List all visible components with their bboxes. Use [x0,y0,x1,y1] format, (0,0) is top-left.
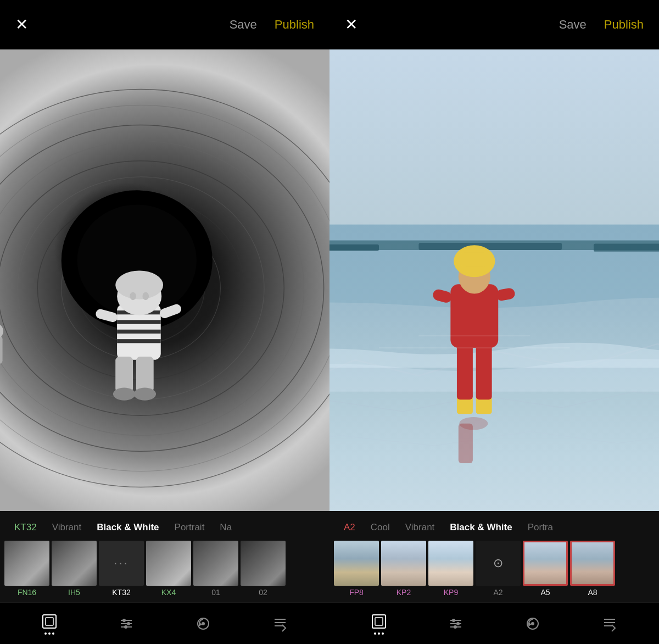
right-cat-cool[interactable]: Cool [363,522,398,533]
right-close-button[interactable]: ✕ [345,17,358,32]
color-svg-image [330,49,659,511]
svg-rect-47 [418,243,562,250]
right-toolbar-export[interactable] [601,615,618,632]
filter-thumb-kp9[interactable]: KP9 [428,541,473,597]
right-adjust-icon [447,615,465,632]
svg-rect-64 [375,618,383,625]
filter-thumb-o2-img [241,541,286,586]
right-cat-portrait[interactable]: Portra [520,522,561,533]
left-save-button[interactable]: Save [230,18,257,32]
svg-rect-46 [330,245,379,251]
svg-rect-63 [372,615,386,628]
left-photo [0,49,330,511]
right-export-icon [601,615,618,632]
svg-rect-53 [450,284,498,348]
svg-rect-15 [117,320,161,324]
filter-thumb-a2-img: ⊙ [476,541,521,586]
filter-thumb-kt32[interactable]: ··· KT32 [99,541,144,597]
left-cat-na[interactable]: Na [212,522,239,533]
right-cat-bw[interactable]: Black & White [442,522,520,533]
filter-thumb-o2[interactable]: 02 [241,541,286,597]
svg-point-21 [142,292,149,300]
filter-thumb-a2-label: A2 [493,588,502,597]
left-cat-kt32[interactable]: KT32 [7,522,44,533]
filter-thumb-kx4-label: KX4 [161,588,176,597]
filter-thumb-ih5-img [52,541,97,586]
right-dot-1 [374,632,376,635]
left-toolbar-export[interactable] [271,615,289,632]
svg-rect-51 [457,344,473,399]
right-revert-icon [524,615,541,632]
left-toolbar-filters[interactable] [41,613,58,635]
filter-thumb-kp2[interactable]: KP2 [381,541,426,597]
svg-point-37 [124,625,127,629]
filter-thumb-kp2-img [381,541,426,586]
filter-thumb-o1-img [193,541,238,586]
svg-rect-58 [459,252,490,267]
right-filter-categories: A2 Cool Vibrant Black & White Portra [330,522,659,533]
svg-rect-24 [115,357,133,392]
filter-thumb-a5-label: A5 [540,588,550,597]
filter-thumb-fp8[interactable]: FP8 [334,541,379,597]
filter-thumb-fn16-img [4,541,49,586]
left-panel: ✕ Save Publish [0,0,330,644]
left-bottom-toolbar [0,602,330,644]
right-publish-button[interactable]: Publish [604,18,644,32]
right-filters-icon [370,613,388,630]
left-cat-vibrant[interactable]: Vibrant [44,522,90,533]
svg-point-26 [113,388,136,401]
svg-point-72 [531,622,534,625]
filter-thumb-fn16[interactable]: FN16 [4,541,49,597]
right-cat-a2[interactable]: A2 [336,522,363,533]
right-panel: ✕ Save Publish [330,0,659,644]
right-toolbar-revert[interactable] [524,615,541,632]
right-toolbar-adjust[interactable] [447,615,465,632]
svg-rect-31 [46,618,53,625]
right-dot-3 [382,632,384,635]
filter-thumb-o1-label: 01 [211,588,220,597]
right-header-actions: Save Publish [559,18,644,32]
left-filter-area: KT32 Vibrant Black & White Portrait Na F… [0,511,330,602]
left-publish-button[interactable]: Publish [275,18,314,32]
svg-rect-52 [476,344,492,399]
right-cat-vibrant[interactable]: Vibrant [398,522,443,533]
filter-thumb-ih5[interactable]: IH5 [52,541,97,597]
left-cat-bw[interactable]: Black & White [89,522,166,533]
svg-rect-28 [0,336,3,364]
right-filter-thumbs: FP8 KP2 KP9 ⊙ A2 A5 [330,541,659,597]
right-dot-2 [378,632,380,635]
right-save-button[interactable]: Save [559,18,587,32]
left-header-actions: Save Publish [230,18,314,32]
svg-point-60 [459,417,488,430]
left-toolbar-adjust[interactable] [118,615,135,632]
dot-1 [44,632,47,635]
svg-rect-25 [136,357,154,392]
filter-thumb-kx4[interactable]: KX4 [146,541,191,597]
filter-thumb-o2-label: 02 [259,588,267,597]
filter-thumb-a5-img [523,541,568,586]
dots-icon: ··· [114,556,129,570]
left-cat-portrait[interactable]: Portrait [167,522,213,533]
right-filters-icon-dots [374,632,384,635]
bw-photo-inner [0,49,330,511]
filter-thumb-kt32-img: ··· [99,541,144,586]
dot-2 [48,632,51,635]
filter-thumb-a5[interactable]: A5 [523,541,568,597]
left-filter-categories: KT32 Vibrant Black & White Portrait Na [0,522,330,533]
svg-point-20 [130,292,136,300]
filter-thumb-o1[interactable]: 01 [193,541,238,597]
left-close-button[interactable]: ✕ [15,17,28,32]
svg-point-70 [454,625,457,629]
filter-thumb-a8-label: A8 [588,588,597,597]
svg-point-68 [456,622,460,625]
left-filter-thumbs: FN16 IH5 ··· KT32 KX4 01 [0,541,330,597]
left-toolbar-revert[interactable] [194,615,212,632]
filter-thumb-kx4-img [146,541,191,586]
filter-thumb-a2[interactable]: ⊙ A2 [476,541,521,597]
right-toolbar-filters[interactable] [370,613,388,635]
svg-point-66 [452,619,455,622]
filter-thumb-kp9-label: KP9 [444,588,458,597]
filter-thumb-a8[interactable]: A8 [570,541,615,597]
export-icon [271,615,289,632]
filter-thumb-fn16-label: FN16 [18,588,36,597]
